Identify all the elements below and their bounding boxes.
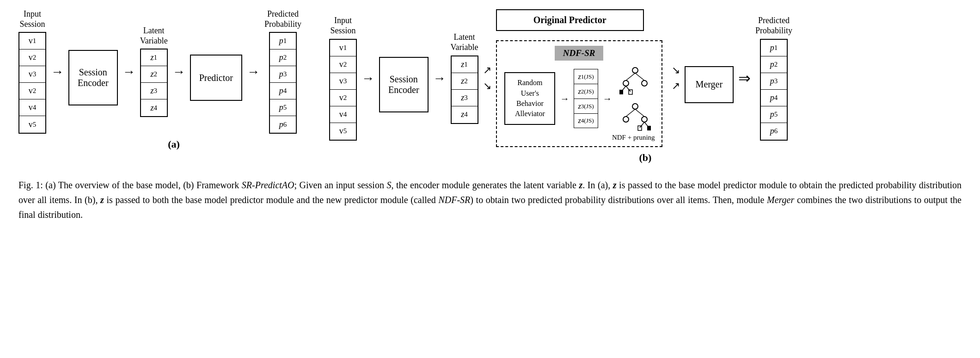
tree1-svg bbox=[617, 64, 654, 97]
ndf-sr-inner: RandomUser'sBehaviorAlleviator → z1(JS) … bbox=[504, 64, 653, 133]
js-z-stack: z1(JS) z2(JS) z3(JS) z4(JS) bbox=[574, 69, 598, 128]
z2-cell-a: z2 bbox=[141, 66, 167, 83]
original-predictor-label: Original Predictor bbox=[533, 15, 606, 25]
figure-caption: Fig. 1: (a) The overview of the base mod… bbox=[18, 178, 962, 222]
arrow-1b: → bbox=[361, 71, 374, 86]
split-arrows: ↗ ↘ bbox=[483, 64, 491, 92]
part-a: Input Session v1 v2 v3 v2 v4 v5 → X Sess… bbox=[18, 9, 329, 150]
latent-var-label-a: Latent Variable bbox=[140, 26, 168, 46]
v2b-cell-b: v2 bbox=[330, 90, 356, 106]
arrow-ruba-z: → bbox=[560, 93, 569, 104]
v2-cell-b: v2 bbox=[330, 56, 356, 73]
pred-prob-label-b: Predicted Probability bbox=[755, 16, 792, 36]
input-session-a: Input Session v1 v2 v3 v2 v4 v5 bbox=[18, 9, 46, 134]
part-b-label: (b) bbox=[639, 152, 652, 164]
part-a-diagram: Input Session v1 v2 v3 v2 v4 v5 → X Sess… bbox=[18, 9, 301, 134]
z2-cell-b: z2 bbox=[452, 73, 478, 90]
z1-cell-b: z1 bbox=[452, 56, 478, 73]
tree2-svg bbox=[617, 100, 654, 133]
input-session-stack-b: v1 v2 v3 v2 v4 v5 bbox=[329, 39, 357, 141]
trees-container bbox=[617, 64, 654, 133]
arrow-z-trees: → bbox=[603, 93, 612, 104]
svg-point-3 bbox=[623, 80, 629, 86]
ndf-pruning-label: NDF + pruning bbox=[612, 134, 655, 142]
input-session-label-b: Input Session bbox=[330, 16, 355, 36]
caption-fig: Fig. 1: (a) The overview of the base mod… bbox=[18, 180, 962, 220]
p5-cell-a: p5 bbox=[270, 99, 296, 116]
v5-cell-a: v5 bbox=[19, 116, 45, 133]
zjs1: z1(JS) bbox=[574, 69, 598, 84]
v4-cell-a: v4 bbox=[19, 99, 45, 116]
pred-prob-a: Predicted Probability p1 p2 p3 p4 p5 p6 bbox=[264, 9, 301, 134]
arrow-3a: → bbox=[172, 64, 185, 79]
svg-point-9 bbox=[632, 104, 638, 109]
v3-cell-b: v3 bbox=[330, 73, 356, 90]
input-session-stack-a: v1 v2 v3 v2 v4 v5 bbox=[18, 32, 46, 134]
hollow-arrow-b: ⇒ bbox=[738, 69, 751, 87]
converge-arrows: ↘ ↗ bbox=[672, 64, 680, 92]
v4-cell-b: v4 bbox=[330, 106, 356, 123]
p2-cell-a: p2 bbox=[270, 49, 296, 66]
svg-point-0 bbox=[632, 68, 638, 73]
merger-group: X Merger bbox=[685, 53, 734, 103]
v2b-cell-a: v2 bbox=[19, 83, 45, 99]
merger-box: Merger bbox=[685, 66, 734, 103]
p1-cell-b: p1 bbox=[761, 40, 787, 56]
v1-cell-a: v1 bbox=[19, 33, 45, 49]
ndf-sr-box: NDF-SR bbox=[555, 46, 604, 61]
v5-cell-b: v5 bbox=[330, 123, 356, 140]
z4-cell-b: z4 bbox=[452, 106, 478, 123]
p6-cell-b: p6 bbox=[761, 123, 787, 140]
pred-prob-stack-a: p1 p2 p3 p4 p5 p6 bbox=[269, 32, 297, 134]
svg-rect-17 bbox=[647, 126, 651, 130]
svg-line-1 bbox=[626, 73, 635, 80]
part-b: Input Session v1 v2 v3 v2 v4 v5 → X Sess… bbox=[329, 9, 962, 164]
svg-line-2 bbox=[635, 73, 644, 80]
arrow-4a: → bbox=[247, 64, 260, 79]
z3-cell-a: z3 bbox=[141, 83, 167, 99]
session-encoder-b: SessionEncoder bbox=[379, 57, 429, 112]
p2-cell-b: p2 bbox=[761, 56, 787, 73]
svg-point-4 bbox=[642, 80, 647, 86]
svg-line-6 bbox=[626, 86, 631, 92]
v3-cell-a: v3 bbox=[19, 66, 45, 83]
part-b-diagram: Input Session v1 v2 v3 v2 v4 v5 → X Sess… bbox=[329, 9, 962, 147]
encoder-b-group: X SessionEncoder bbox=[379, 44, 429, 112]
p5-cell-b: p5 bbox=[761, 106, 787, 123]
latent-var-stack-b: z1 z2 z3 z4 bbox=[451, 56, 478, 124]
svg-line-10 bbox=[626, 109, 635, 117]
input-session-b: Input Session v1 v2 v3 v2 v4 v5 bbox=[329, 16, 357, 140]
part-a-label: (a) bbox=[168, 138, 180, 150]
p1-cell-a: p1 bbox=[270, 33, 296, 49]
arrow-1a: → bbox=[51, 64, 64, 79]
p3-cell-b: p3 bbox=[761, 73, 787, 90]
input-session-label-a: Input Session bbox=[19, 9, 45, 29]
diagram-container: Input Session v1 v2 v3 v2 v4 v5 → X Sess… bbox=[18, 9, 962, 164]
zjs4: z4(JS) bbox=[574, 113, 598, 128]
z1-cell-a: z1 bbox=[141, 49, 167, 66]
session-encoder-a: SessionEncoder bbox=[68, 50, 118, 105]
arrow-2b: → bbox=[433, 71, 446, 86]
arrow-2a: → bbox=[122, 64, 135, 79]
svg-line-14 bbox=[640, 122, 644, 128]
pred-prob-label-a: Predicted Probability bbox=[264, 9, 301, 29]
zjs2: z2(JS) bbox=[574, 84, 598, 99]
svg-line-11 bbox=[635, 109, 644, 117]
pred-prob-stack-b: p1 p2 p3 p4 p5 p6 bbox=[760, 39, 788, 141]
pred-prob-b: Predicted Probability p1 p2 p3 p4 p5 p6 bbox=[755, 16, 792, 140]
p4-cell-b: p4 bbox=[761, 90, 787, 106]
latent-var-label-b: Latent Variable bbox=[451, 32, 478, 52]
z3-cell-b: z3 bbox=[452, 90, 478, 106]
latent-var-b: Latent Variable z1 z2 z3 z4 bbox=[451, 32, 478, 123]
ruba-box: RandomUser'sBehaviorAlleviator bbox=[504, 72, 555, 125]
original-predictor-box: Original Predictor bbox=[496, 9, 644, 31]
tree1-row bbox=[617, 64, 654, 97]
svg-point-13 bbox=[642, 117, 647, 122]
middle-section: Original Predictor NDF-SR RandomUser'sBe… bbox=[496, 9, 662, 147]
zjs3: z3(JS) bbox=[574, 99, 598, 113]
p3-cell-a: p3 bbox=[270, 66, 296, 83]
latent-var-a: Latent Variable z1 z2 z3 z4 bbox=[140, 26, 168, 117]
tree2-row bbox=[617, 100, 654, 133]
svg-point-12 bbox=[623, 117, 629, 122]
encoder-a-group: X SessionEncoder bbox=[68, 37, 118, 106]
